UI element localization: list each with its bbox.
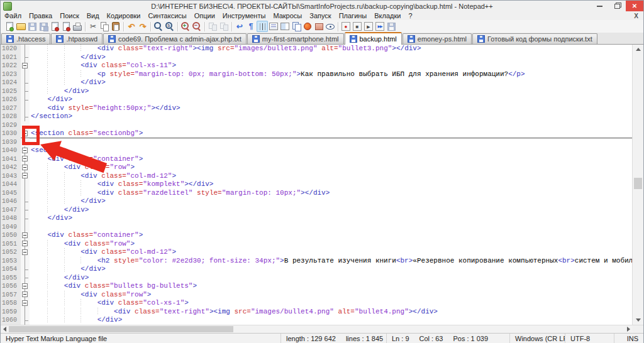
code-view[interactable]: 1020 <div class="text-right"><img src="i… xyxy=(1,45,632,325)
tab-my-first-smartphone.html[interactable]: my-first-smartphone.html xyxy=(247,33,344,44)
word-wrap-icon[interactable] xyxy=(234,21,245,32)
code-text[interactable]: <div class="bullets bg-bullets"> xyxy=(30,282,632,291)
code-text[interactable]: </div> xyxy=(30,79,632,87)
cut-icon[interactable] xyxy=(87,21,99,32)
document-switcher-icon[interactable] xyxy=(291,21,302,32)
tab--.txt[interactable]: Готовый код формы подписки.txt xyxy=(472,33,597,44)
code-text[interactable]: <section class="sectionbg"> xyxy=(30,129,632,138)
menu-item-8[interactable]: Макросы xyxy=(269,12,306,19)
scroll-down-icon[interactable] xyxy=(633,315,643,325)
save-all-icon[interactable] xyxy=(38,21,49,32)
scroll-left-icon[interactable] xyxy=(1,325,9,333)
menu-item-10[interactable]: Плагины xyxy=(335,12,371,19)
find-icon[interactable] xyxy=(153,21,164,32)
copy-icon[interactable] xyxy=(99,21,110,32)
tab-backup.html[interactable]: backup.html xyxy=(345,32,402,45)
menu-item-0[interactable]: Файл xyxy=(1,12,25,19)
code-text[interactable] xyxy=(30,121,632,130)
menu-item-7[interactable]: Инструменты xyxy=(219,12,270,19)
fold-expanded-marker[interactable] xyxy=(21,248,30,257)
fold-expanded-marker[interactable] xyxy=(21,163,30,172)
vertical-scroll-thumb[interactable] xyxy=(634,178,642,189)
close-icon[interactable] xyxy=(49,21,60,32)
code-text[interactable]: </div> xyxy=(30,214,632,223)
code-text[interactable]: </div> xyxy=(30,265,632,274)
tab-emoney-ps.html[interactable]: emoney-ps.html xyxy=(402,33,472,44)
code-text[interactable]: <div class="row"> xyxy=(30,291,632,300)
scroll-up-icon[interactable] xyxy=(633,45,643,54)
save-icon[interactable] xyxy=(26,21,38,32)
fold-expanded-marker[interactable] xyxy=(21,62,30,70)
code-text[interactable]: </div> xyxy=(30,87,632,96)
scroll-right-icon[interactable] xyxy=(625,325,633,333)
fold-expanded-marker[interactable] xyxy=(21,299,30,308)
fold-expanded-marker[interactable] xyxy=(21,291,30,300)
play-macro-icon[interactable] xyxy=(363,21,374,32)
stop-macro-icon[interactable] xyxy=(352,21,363,32)
plugin-icon-2-icon[interactable] xyxy=(313,21,325,32)
redo-icon[interactable] xyxy=(137,21,148,32)
zoom-in-icon[interactable] xyxy=(180,21,191,32)
define-language-icon[interactable] xyxy=(268,21,279,32)
menu-item-3[interactable]: Вид xyxy=(83,12,103,19)
paste-icon[interactable] xyxy=(110,21,121,32)
indent-guide-icon[interactable] xyxy=(257,21,268,32)
code-text[interactable]: <div style="height:50px;"></div> xyxy=(30,104,632,113)
code-text[interactable] xyxy=(30,223,632,232)
vertical-scrollbar[interactable] xyxy=(632,45,643,325)
code-text[interactable]: <div class="razdelitel" style="margin-to… xyxy=(30,189,632,198)
fold-expanded-marker[interactable] xyxy=(21,155,30,164)
zoom-out-icon[interactable] xyxy=(191,21,203,32)
monitoring-eye-icon[interactable] xyxy=(325,21,336,32)
code-text[interactable]: </div> xyxy=(30,206,632,215)
code-text[interactable]: <div class="col-md-12"> xyxy=(30,172,632,181)
menu-item-4[interactable]: Кодировки xyxy=(103,12,145,19)
code-text[interactable]: </div> xyxy=(30,197,632,206)
code-text[interactable] xyxy=(30,138,632,147)
menu-item-2[interactable]: Поиск xyxy=(56,12,82,19)
document-map-icon[interactable] xyxy=(279,21,291,32)
code-text[interactable]: <div class="container"> xyxy=(30,155,632,164)
horizontal-scrollbar[interactable] xyxy=(1,325,643,333)
fold-expanded-marker[interactable] xyxy=(21,231,30,240)
code-text[interactable]: <div class="container"> xyxy=(30,231,632,240)
plugin-icon-1-icon[interactable] xyxy=(302,21,313,32)
undo-icon[interactable] xyxy=(126,21,137,32)
code-text[interactable]: </div> xyxy=(30,95,632,104)
code-text[interactable]: </section> xyxy=(30,112,632,121)
close-all-icon[interactable] xyxy=(60,21,72,32)
tab-.htaccess[interactable]: .htaccess xyxy=(1,33,50,44)
code-text[interactable]: <div class="text-right"><img src="images… xyxy=(30,45,632,53)
menu-item-9[interactable]: Запуск xyxy=(306,12,335,19)
code-text[interactable]: <div class="row"> xyxy=(30,240,632,249)
menu-item-6[interactable]: Опции xyxy=(191,12,219,19)
close-document-icon[interactable]: X xyxy=(634,13,638,19)
code-text[interactable]: </div> xyxy=(30,274,632,283)
new-file-icon[interactable] xyxy=(4,21,15,32)
code-text[interactable]: <div class="row"> xyxy=(30,163,632,172)
run-macro-multiple-icon[interactable] xyxy=(374,21,386,32)
save-macro-icon[interactable] xyxy=(386,21,397,32)
show-all-characters-icon[interactable] xyxy=(245,21,257,32)
code-text[interactable]: <div class="komplekt"></div> xyxy=(30,180,632,189)
minimize-button[interactable] xyxy=(591,1,608,11)
menu-item-11[interactable]: Вкладки xyxy=(370,12,404,19)
fold-expanded-marker[interactable] xyxy=(21,240,30,249)
fold-expanded-marker[interactable] xyxy=(21,146,30,155)
open-file-icon[interactable] xyxy=(15,21,26,32)
replace-icon[interactable] xyxy=(164,21,175,32)
code-text[interactable]: <div class="text-right"><img src="images… xyxy=(30,308,632,317)
code-text[interactable]: </div> xyxy=(30,53,632,62)
print-icon[interactable] xyxy=(72,21,83,32)
code-text[interactable]: </div> xyxy=(30,316,632,325)
fold-expanded-marker[interactable] xyxy=(21,282,30,291)
code-text[interactable]: <p style="margin-top: 0px; margin-bottom… xyxy=(30,70,632,79)
close-button[interactable]: ✕ xyxy=(626,1,643,11)
menu-item-5[interactable]: Синтаксисы xyxy=(145,12,191,19)
restore-button[interactable] xyxy=(608,1,626,11)
menu-item-12[interactable]: ? xyxy=(404,12,416,19)
code-text[interactable]: <div class="col-xs-11"> xyxy=(30,62,632,70)
code-text[interactable]: <div class="col-md-12"> xyxy=(30,248,632,257)
sync-vertical-icon[interactable] xyxy=(207,21,218,32)
code-text[interactable]: <section> xyxy=(30,146,632,155)
